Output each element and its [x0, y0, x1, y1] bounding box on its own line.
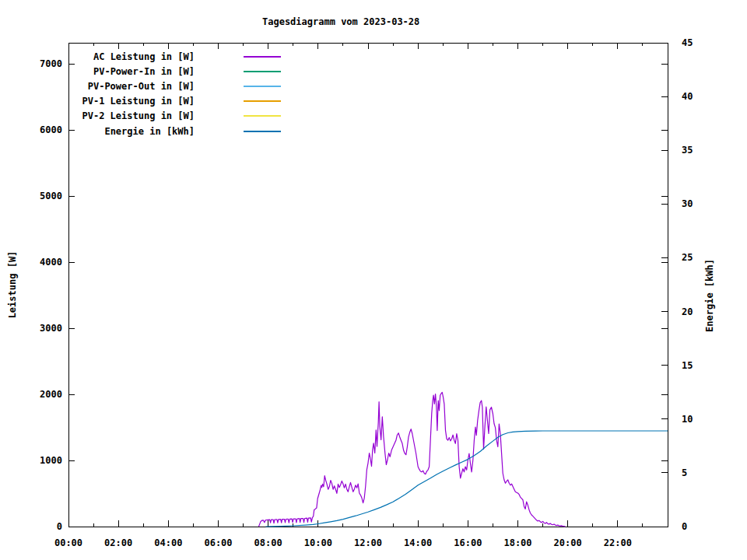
y-right-ticks: 051015202530354045: [661, 37, 693, 532]
legend-label: Energie in [kWh]: [68, 126, 195, 137]
tick-label: 6000: [40, 124, 62, 135]
legend-line-sample: [244, 86, 281, 87]
tick-label: 14:00: [404, 537, 432, 548]
tick-label: 18:00: [503, 537, 531, 548]
tick-label: 5000: [40, 191, 62, 201]
tick-label: 08:00: [254, 537, 282, 548]
legend-label: PV-Power-Out in [W]: [68, 81, 195, 92]
tick-label: 00:00: [54, 537, 82, 548]
x-axis-labels: 00:0002:0004:0006:0008:0010:0012:0014:00…: [54, 537, 632, 548]
tick-label: 45: [682, 37, 693, 48]
tick-label: 02:00: [104, 537, 132, 548]
legend-item-pv-power-out: PV-Power-Out in [W]: [68, 79, 286, 93]
y-axis-left-title: Leistung [W]: [7, 207, 18, 362]
tick-label: 7000: [40, 58, 62, 69]
tick-label: 30: [682, 198, 693, 209]
tick-label: 16:00: [454, 537, 482, 548]
tick-label: 22:00: [604, 537, 632, 548]
legend-line-sample: [244, 71, 281, 72]
tick-label: 2000: [40, 389, 62, 400]
tick-label: 10: [682, 414, 693, 425]
tick-label: 15: [682, 360, 693, 371]
legend-line-sample: [244, 131, 281, 132]
tick-label: 35: [682, 145, 693, 156]
tick-label: 25: [682, 252, 693, 263]
legend: AC Leistung in [W] PV-Power-In in [W] PV…: [68, 49, 286, 138]
legend-line-sample: [244, 115, 281, 117]
tick-label: 1000: [40, 455, 62, 466]
tick-label: 0: [682, 521, 687, 532]
legend-item-pv1-leistung: PV-1 Leistung in [W]: [68, 94, 286, 109]
tick-label: 20:00: [554, 537, 582, 548]
tick-label: 10:00: [304, 537, 332, 548]
legend-item-ac-leistung: AC Leistung in [W]: [68, 49, 286, 64]
legend-item-pv2-leistung: PV-2 Leistung in [W]: [68, 109, 286, 124]
tick-label: 4000: [40, 257, 62, 268]
tick-label: 40: [682, 91, 693, 102]
legend-label: PV-1 Leistung in [W]: [68, 96, 195, 107]
legend-item-energie: Energie in [kWh]: [68, 124, 286, 138]
legend-label: PV-Power-In in [W]: [68, 66, 195, 77]
series-ac-leistung-in-w: [259, 393, 566, 527]
legend-label: AC Leistung in [W]: [68, 51, 195, 62]
tick-label: 3000: [40, 323, 62, 334]
tick-label: 20: [682, 306, 693, 317]
legend-line-sample: [244, 56, 281, 58]
legend-item-pv-power-in: PV-Power-In in [W]: [68, 64, 286, 79]
gnuplot-daily-diagram: { "page": { "background": "#ffffff", "ax…: [0, 0, 747, 560]
y-axis-right-title: Energie [kWh]: [704, 218, 715, 373]
tick-label: 12:00: [354, 537, 382, 548]
tick-label: 0: [57, 521, 62, 532]
series-energie-in-kwh: [266, 431, 668, 527]
tick-label: 04:00: [154, 537, 182, 548]
legend-label: PV-2 Leistung in [W]: [68, 110, 195, 121]
tick-label: 5: [682, 467, 687, 478]
legend-line-sample: [244, 100, 281, 102]
tick-label: 06:00: [204, 537, 232, 548]
chart-title: Tagesdiagramm vom 2023-03-28: [262, 16, 419, 27]
